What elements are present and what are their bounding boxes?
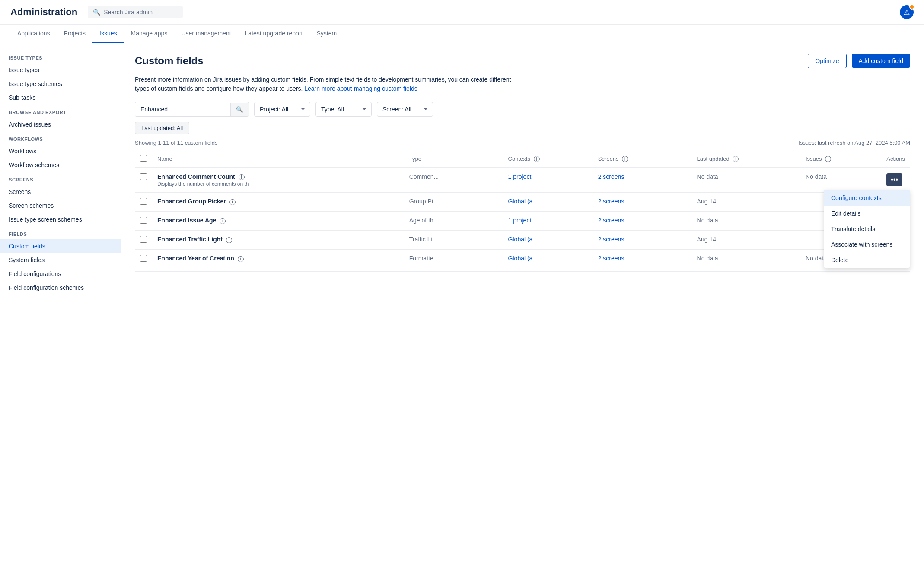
sidebar-item-system-fields[interactable]: System fields xyxy=(0,253,121,267)
th-issues: Issues i xyxy=(800,150,881,168)
row5-type-cell: Formatte... xyxy=(404,250,503,272)
menu-item-configure-contexts[interactable]: Configure contexts xyxy=(824,190,910,206)
row5-field-name: Enhanced Year of Creation i xyxy=(157,255,399,262)
row4-name-cell: Enhanced Traffic Light i xyxy=(152,231,404,250)
optimize-button[interactable]: Optimize xyxy=(808,54,846,68)
row4-screens-cell: 2 screens xyxy=(593,231,692,250)
row1-screens-cell: 2 screens xyxy=(593,168,692,193)
notification-icon[interactable]: ⚠ xyxy=(900,5,914,19)
sidebar-item-issue-type-screen-schemes[interactable]: Issue type screen schemes xyxy=(0,213,121,226)
row2-lastupdated-cell: Aug 14, xyxy=(692,193,800,212)
refresh-text: Issues: last refresh on Aug 27, 2024 5:0… xyxy=(798,140,910,146)
notification-dot xyxy=(909,4,914,10)
last-updated-filter[interactable]: Last updated: All xyxy=(135,122,189,134)
row2-contexts-link[interactable]: Global (a... xyxy=(508,198,538,205)
actions-dropdown-menu: Configure contexts Edit details Translat… xyxy=(824,190,910,268)
row4-contexts-link[interactable]: Global (a... xyxy=(508,236,538,243)
notification-area: ⚠ xyxy=(900,5,914,19)
row2-screens-link[interactable]: 2 screens xyxy=(598,198,624,205)
sidebar-item-workflow-schemes[interactable]: Workflow schemes xyxy=(0,158,121,172)
row4-type: Traffic Li... xyxy=(409,236,437,243)
th-screens: Screens i xyxy=(593,150,692,168)
tab-latest-upgrade-report[interactable]: Latest upgrade report xyxy=(238,25,310,43)
row4-lastupdated-cell: Aug 14, xyxy=(692,231,800,250)
row3-contexts-link[interactable]: 1 project xyxy=(508,217,532,224)
row4-screens-link[interactable]: 2 screens xyxy=(598,236,624,243)
row1-checkbox-cell xyxy=(135,168,152,193)
row2-type-cell: Group Pi... xyxy=(404,193,503,212)
row5-screens-link[interactable]: 2 screens xyxy=(598,255,624,262)
row3-type-cell: Age of th... xyxy=(404,212,503,231)
learn-more-link[interactable]: Learn more about managing custom fields xyxy=(304,85,417,92)
th-select-all xyxy=(135,150,152,168)
type-filter[interactable]: Type: All xyxy=(315,102,372,117)
sidebar-item-issue-type-schemes[interactable]: Issue type schemes xyxy=(0,77,121,91)
row5-checkbox[interactable] xyxy=(140,255,147,262)
screens-info-icon[interactable]: i xyxy=(622,156,628,162)
row3-info-icon[interactable]: i xyxy=(220,218,226,224)
row2-last-updated: Aug 14, xyxy=(697,198,718,205)
sidebar-item-sub-tasks[interactable]: Sub-tasks xyxy=(0,91,121,105)
row1-info-icon[interactable]: i xyxy=(239,174,245,180)
sidebar-section-title-fields: FIELDS xyxy=(0,226,121,239)
sidebar-section-title-workflows: WORKFLOWS xyxy=(0,131,121,144)
row1-screens-link[interactable]: 2 screens xyxy=(598,173,624,180)
row4-info-icon[interactable]: i xyxy=(226,237,232,243)
row3-last-updated: No data xyxy=(697,217,718,224)
sidebar-item-workflows[interactable]: Workflows xyxy=(0,144,121,158)
row1-actions-button[interactable]: ••• xyxy=(886,173,902,186)
row1-field-name: Enhanced Comment Count i xyxy=(157,173,399,180)
sidebar-section-browse-export: BROWSE AND EXPORT Archived issues xyxy=(0,105,121,131)
search-submit-button[interactable]: 🔍 xyxy=(230,103,249,116)
row5-contexts-link[interactable]: Global (a... xyxy=(508,255,538,262)
screen-filter[interactable]: Screen: All xyxy=(377,102,433,117)
row5-last-updated: No data xyxy=(697,255,718,262)
row1-field-desc: Displays the number of comments on th xyxy=(157,181,399,187)
row1-issues-cell: No data xyxy=(800,168,881,193)
project-filter[interactable]: Project: All xyxy=(254,102,310,117)
row5-info-icon[interactable]: i xyxy=(238,256,244,262)
last-updated-info-icon[interactable]: i xyxy=(733,156,739,162)
row2-info-icon[interactable]: i xyxy=(229,199,236,205)
tab-user-management[interactable]: User management xyxy=(174,25,238,43)
row2-checkbox-cell xyxy=(135,193,152,212)
menu-item-delete[interactable]: Delete xyxy=(824,252,910,268)
menu-item-edit-details[interactable]: Edit details xyxy=(824,206,910,221)
sidebar-item-screen-schemes[interactable]: Screen schemes xyxy=(0,199,121,213)
contexts-info-icon[interactable]: i xyxy=(534,156,540,162)
sidebar-item-screens[interactable]: Screens xyxy=(0,185,121,199)
row2-type: Group Pi... xyxy=(409,198,438,205)
add-custom-field-button[interactable]: Add custom field xyxy=(852,54,911,68)
filter-row-2: Last updated: All xyxy=(135,122,910,134)
sidebar-item-field-configurations[interactable]: Field configurations xyxy=(0,267,121,281)
row2-screens-cell: 2 screens xyxy=(593,193,692,212)
row3-checkbox-cell xyxy=(135,212,152,231)
row2-checkbox[interactable] xyxy=(140,198,147,205)
tab-projects[interactable]: Projects xyxy=(57,25,93,43)
row1-checkbox[interactable] xyxy=(140,173,147,180)
menu-item-translate-details[interactable]: Translate details xyxy=(824,221,910,237)
search-input[interactable] xyxy=(135,102,230,116)
tab-applications[interactable]: Applications xyxy=(10,25,57,43)
page-header: Custom fields Optimize Add custom field xyxy=(135,54,910,68)
row1-contexts-link[interactable]: 1 project xyxy=(508,173,532,180)
page-description: Present more information on Jira issues … xyxy=(135,75,524,93)
fields-table: Name Type Contexts i Screens i Last upda xyxy=(135,150,910,272)
sidebar-item-field-configuration-schemes[interactable]: Field configuration schemes xyxy=(0,281,121,295)
row3-screens-link[interactable]: 2 screens xyxy=(598,217,624,224)
sidebar-section-title-screens: SCREENS xyxy=(0,172,121,185)
sidebar-item-issue-types[interactable]: Issue types xyxy=(0,63,121,77)
row3-checkbox[interactable] xyxy=(140,217,147,224)
sidebar: ISSUE TYPES Issue types Issue type schem… xyxy=(0,43,121,584)
issues-info-icon[interactable]: i xyxy=(825,156,831,162)
menu-item-associate-with-screens[interactable]: Associate with screens xyxy=(824,237,910,252)
sidebar-item-archived-issues[interactable]: Archived issues xyxy=(0,117,121,131)
tab-manage-apps[interactable]: Manage apps xyxy=(124,25,175,43)
row4-checkbox[interactable] xyxy=(140,236,147,243)
tab-system[interactable]: System xyxy=(309,25,344,43)
sidebar-item-custom-fields[interactable]: Custom fields xyxy=(0,239,121,253)
select-all-checkbox[interactable] xyxy=(140,155,147,162)
tab-issues[interactable]: Issues xyxy=(92,25,124,43)
row3-type: Age of th... xyxy=(409,217,439,224)
admin-search-bar[interactable]: 🔍 Search Jira admin xyxy=(88,6,183,18)
